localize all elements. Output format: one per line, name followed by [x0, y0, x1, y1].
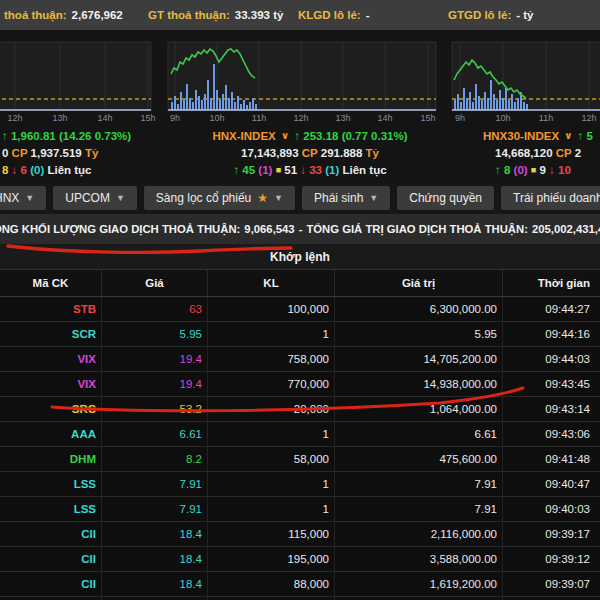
session-status: Liên tục: [47, 164, 91, 176]
tab-upcom[interactable]: UPCOM▼: [53, 186, 137, 210]
trade-row[interactable]: DHM8.258,000475,600.0009:41:48: [0, 447, 600, 472]
cell-kl: 1: [208, 422, 335, 446]
index-volume: 14,668,120: [495, 147, 553, 159]
cell-ticker: VIX: [0, 347, 102, 371]
match-table-body[interactable]: STB63100,0006,300,000.0009:44:27SCR5.951…: [0, 297, 600, 600]
reference-count: 8: [2, 164, 8, 176]
cell-value: 6,300,000.00: [335, 297, 503, 321]
cp-label: CP: [12, 147, 28, 159]
chevron-down-icon[interactable]: ∨: [564, 130, 572, 141]
cell-time: 09:44:16: [503, 322, 600, 346]
index-volume: 17,143,893: [241, 147, 299, 159]
reference-square-icon: ■: [276, 165, 281, 175]
column-header[interactable]: Giá trị: [335, 270, 503, 296]
match-table-header: Mã CKGiáKLGiá trịThời gian: [0, 270, 600, 297]
chevron-down-icon[interactable]: ∨: [281, 130, 289, 141]
tab-label: HNX: [0, 191, 19, 205]
column-header[interactable]: Mã CK: [0, 270, 102, 296]
stat-label: KLGD lô lẻ:: [298, 9, 361, 21]
cell-time: 09:41:48: [503, 447, 600, 471]
cell-time: 09:40:03: [503, 497, 600, 521]
tab-label: Chứng quyền: [409, 191, 482, 205]
tab-label: Phái sinh: [314, 191, 363, 205]
cell-time: 09:40:47: [503, 472, 600, 496]
cell-time: 09:39:17: [503, 522, 600, 546]
svg-text:15h: 15h: [140, 113, 155, 123]
market-tab-bar: HNX▼UPCOM▼Sàng lọc cổ phiếu★▼Phái sinh▼C…: [0, 182, 600, 214]
svg-text:14h: 14h: [97, 113, 112, 123]
down-count: ↓ 33: [300, 164, 322, 176]
cell-ticker: STB: [0, 297, 102, 321]
cell-kl: 195,000: [208, 547, 335, 571]
cell-price: 8.2: [102, 447, 208, 471]
tab-label: UPCOM: [65, 191, 110, 205]
cell-value: 2,116,000.00: [335, 522, 503, 546]
trade-row[interactable]: SRC53.220,0001,064,000.0009:43:14: [0, 397, 600, 422]
stat-value: 2,676,962: [72, 9, 123, 21]
trade-row[interactable]: AAA6.6116.6109:43:06: [0, 422, 600, 447]
cell-ticker: LSS: [0, 497, 102, 521]
trade-row[interactable]: CII18.4115,0002,116,000.0009:39:17: [0, 522, 600, 547]
trade-row[interactable]: CII18.4195,0003,588,000.0009:39:12: [0, 547, 600, 572]
cell-kl: 1: [208, 322, 335, 346]
svg-text:12h: 12h: [7, 113, 22, 123]
column-header[interactable]: KL: [208, 270, 335, 296]
cell-price: 19.4: [102, 347, 208, 371]
trade-row[interactable]: VIX19.4758,00014,705,200.0009:44:03: [0, 347, 600, 372]
cell-price: 18.4: [102, 547, 208, 571]
index-block-left-partial[interactable]: ↑ 1,960.81 (14.26 0.73%) 0 CP 1,937.519 …: [2, 128, 131, 179]
total-volume-value: 9,066,543: [244, 223, 294, 235]
svg-text:12h: 12h: [581, 113, 596, 123]
cell-price: 5.95: [102, 322, 208, 346]
trade-row[interactable]: STB63100,0006,300,000.0009:44:27: [0, 297, 600, 322]
negotiated-totals-text: TỔNG KHỐI LƯỢNG GIAO DỊCH THOẢ THUẬN:9,0…: [0, 214, 600, 244]
match-table-title: Khớp lệnh: [0, 244, 600, 270]
tab-hnx[interactable]: HNX▼: [0, 186, 46, 210]
trade-row[interactable]: VIX19.4770,00014,938,000.0009:43:45: [0, 372, 600, 397]
cell-price: 63: [102, 297, 208, 321]
tab-derivatives[interactable]: Phái sinh▼: [302, 186, 390, 210]
total-value-label: TỔNG GIÁ TRỊ GIAO DỊCH THOẢ THUẬN:: [306, 223, 528, 235]
up-count: ↑ 45: [233, 164, 255, 176]
up-arrow-icon: ↑: [578, 130, 584, 142]
negotiated-totals-bar: TỔNG KHỐI LƯỢNG GIAO DỊCH THOẢ THUẬN:9,0…: [0, 214, 600, 244]
tab-covered-warrants[interactable]: Chứng quyền: [397, 186, 494, 210]
cell-value: 475,600.00: [335, 447, 503, 471]
cell-value: 3,588,000.00: [335, 547, 503, 571]
tab-label: Sàng lọc cổ phiếu: [156, 191, 251, 205]
index-change: 1,960.81 (14.26 0.73%): [11, 130, 131, 142]
cell-ticker: CII: [0, 547, 102, 571]
cell-price: 18.4: [102, 572, 208, 596]
cell-time: 09:44:03: [503, 347, 600, 371]
cell-time: 09:39:12: [503, 547, 600, 571]
trade-row[interactable]: LSS7.9117.9109:40:47: [0, 472, 600, 497]
chevron-down-icon: ▼: [25, 193, 34, 203]
column-header[interactable]: Thời gian: [503, 270, 600, 296]
cell-kl: 770,000: [208, 372, 335, 396]
cell-value: 14,938,000.00: [335, 372, 503, 396]
trade-row[interactable]: SCR5.9515.9509:44:16: [0, 322, 600, 347]
cell-kl: 115,000: [208, 522, 335, 546]
svg-text:9h: 9h: [170, 113, 180, 123]
tab-screener[interactable]: Sàng lọc cổ phiếu★▼: [144, 186, 295, 210]
up-count: ↑ 8: [495, 164, 510, 176]
column-header[interactable]: Giá: [102, 270, 208, 296]
stock-board-screen: thoả thuận:2,676,962 GT thoả thuận:33.39…: [0, 0, 600, 600]
svg-text:12h: 12h: [293, 113, 308, 123]
reference-square-icon: ■: [531, 165, 536, 175]
index-block-hnx30[interactable]: HNX30-INDEX ∨ ↑ 5 14,668,120 CP 2 ↑ 8 (0…: [483, 128, 593, 180]
cell-value: 1,064,000.00: [335, 397, 503, 421]
trade-row[interactable]: CII18.488,0001,619,200.0009:39:07: [0, 572, 600, 597]
down-count: ↓ 10: [549, 164, 571, 176]
index-block-hnx[interactable]: HNX-INDEX ∨ ↑ 253.18 (0.77 0.31%) 17,143…: [150, 128, 470, 180]
tab-corporate-bonds[interactable]: Trái phiếu doanh nghiệp: [501, 186, 600, 210]
cell-price: 6.61: [102, 422, 208, 446]
stat-klgd-lo-le: KLGD lô lẻ:-: [298, 0, 369, 30]
stat-gtgd-lo-le: GTGD lô lẻ:- tỷ: [448, 0, 534, 30]
stat-thoa-thuan: thoả thuận:2,676,962: [4, 0, 123, 30]
cell-kl: 88,000: [208, 572, 335, 596]
star-icon: ★: [257, 191, 268, 205]
cell-ticker: LSS: [0, 472, 102, 496]
stat-value: 33.393 tỷ: [235, 9, 284, 21]
trade-row[interactable]: LSS7.9117.9109:40:03: [0, 497, 600, 522]
